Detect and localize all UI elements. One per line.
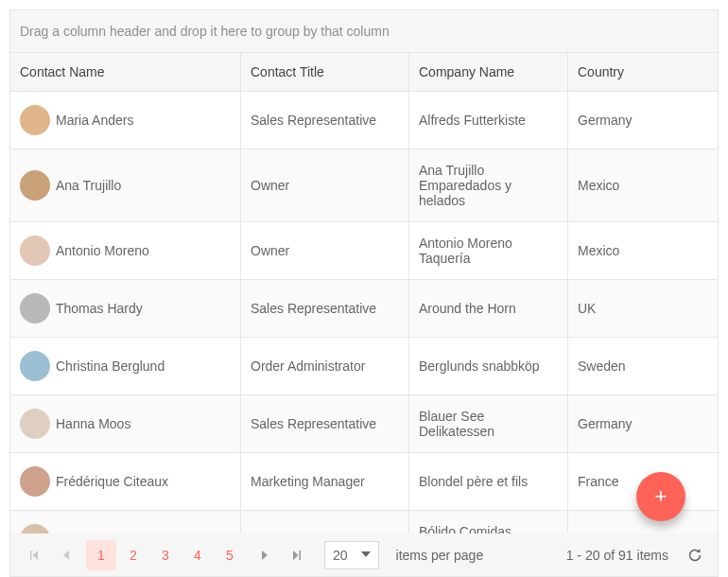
column-header-company-name[interactable]: Company Name [409,53,568,91]
table-row[interactable]: Antonio MorenoOwnerAntonio Moreno Taquer… [10,222,718,280]
page-last-icon [290,549,303,562]
country: Mexico [578,243,619,258]
contact-title: Sales Representative [251,416,376,431]
table-row[interactable]: Frédérique CiteauxMarketing ManagerBlond… [10,453,718,511]
column-header-contact-name[interactable]: Contact Name [10,53,241,91]
chevron-down-icon [361,551,373,559]
table-row[interactable]: Thomas HardySales RepresentativeAround t… [10,280,718,338]
avatar [20,293,50,323]
page-number-4[interactable]: 4 [182,540,213,570]
company-name: Blondel père et fils [419,474,528,489]
table-row[interactable]: Martín SommerOwnerBólido Comidas prepara… [10,511,718,533]
data-grid: Drag a column header and drop it here to… [9,9,719,577]
page-number-3[interactable]: 3 [150,540,181,570]
contact-title: Owner [251,243,289,258]
company-name: Bólido Comidas preparadas [419,524,558,533]
plus-icon: + [655,486,667,507]
country: Germany [578,113,633,128]
contact-title: Sales Representative [251,301,376,316]
refresh-icon [686,547,703,564]
refresh-button[interactable] [684,544,706,567]
contact-title: Owner [251,178,289,193]
country: Sweden [578,358,626,374]
group-panel-hint: Drag a column header and drop it here to… [20,24,390,39]
avatar [20,351,50,381]
page-number-1[interactable]: 1 [86,540,116,570]
contact-name: Christina Berglund [56,358,165,374]
contact-name: Hanna Moos [56,416,130,431]
avatar [20,105,50,135]
page-prev-icon [61,549,72,562]
page-size-select[interactable]: 20 [324,541,379,569]
country: UK [578,301,596,316]
company-name: Alfreds Futterkiste [419,113,526,128]
country: Mexico [578,178,619,193]
company-name: Antonio Moreno Taquería [419,236,558,266]
contact-name: Ana Trujillo [56,178,121,193]
avatar [20,409,50,439]
page-next-icon [259,549,270,562]
page-prev-button[interactable] [54,543,78,568]
page-next-button[interactable] [252,543,277,568]
page-first-icon [27,549,41,562]
pager-info: 1 - 20 of 91 items [566,548,668,563]
table-row[interactable]: Christina BerglundOrder AdministratorBer… [10,338,718,395]
page-first-button[interactable] [22,543,46,568]
contact-title: Marketing Manager [251,474,365,489]
contact-title: Order Administrator [251,358,365,374]
avatar [20,170,50,201]
contact-name: Maria Anders [56,113,133,128]
country: Germany [578,416,633,431]
contact-name: Frédérique Citeaux [56,474,168,489]
page-size-label: items per page [396,548,484,563]
table-row[interactable]: Maria AndersSales RepresentativeAlfreds … [10,92,718,149]
group-panel[interactable]: Drag a column header and drop it here to… [10,10,718,53]
page-last-button[interactable] [285,543,309,568]
avatar [20,236,50,266]
contact-name: Thomas Hardy [56,301,143,316]
country: France [578,474,619,489]
avatar [20,524,50,533]
column-header-country[interactable]: Country [568,53,708,91]
grid-body: Maria AndersSales RepresentativeAlfreds … [10,92,718,533]
company-name: Around the Horn [419,301,516,316]
pager: 12345 20 items per page 1 - 20 of 91 ite… [10,533,718,576]
table-row[interactable]: Hanna MoosSales RepresentativeBlauer See… [10,395,718,453]
company-name: Blauer See Delikatessen [419,409,558,439]
page-size-value: 20 [333,548,348,563]
contact-title: Sales Representative [251,113,376,128]
page-number-5[interactable]: 5 [215,540,245,570]
page-number-2[interactable]: 2 [118,540,148,570]
company-name: Ana Trujillo Emparedados y helados [419,163,558,208]
add-button[interactable]: + [636,472,685,521]
column-header-contact-title[interactable]: Contact Title [241,53,409,91]
contact-name: Antonio Moreno [56,243,149,258]
table-row[interactable]: Ana TrujilloOwnerAna Trujillo Emparedado… [10,149,718,222]
avatar [20,466,50,497]
column-headers: Contact Name Contact Title Company Name … [10,53,718,92]
company-name: Berglunds snabbköp [419,358,540,374]
